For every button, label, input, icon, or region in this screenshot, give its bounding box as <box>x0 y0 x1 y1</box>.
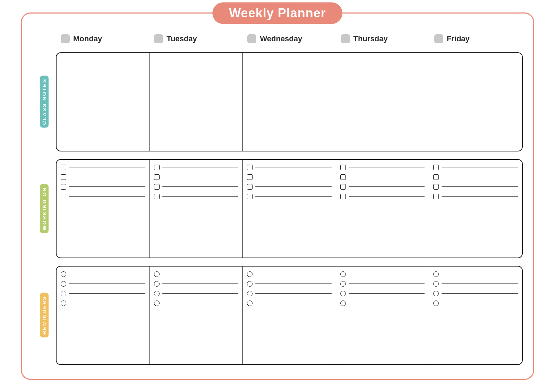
circle-item[interactable] <box>61 281 145 287</box>
checkbox-item[interactable] <box>154 174 239 180</box>
circle-dot[interactable] <box>154 300 160 306</box>
circle-dot[interactable] <box>433 300 439 306</box>
class-notes-label: Class Notes <box>40 76 49 128</box>
checkbox-box[interactable] <box>433 174 439 180</box>
circle-item[interactable] <box>61 291 145 296</box>
checkbox-line <box>255 177 332 177</box>
circle-dot[interactable] <box>61 300 66 306</box>
circle-item[interactable] <box>154 281 239 287</box>
circle-item[interactable] <box>247 291 332 296</box>
circle-dot[interactable] <box>247 281 253 287</box>
checkbox-item[interactable] <box>154 184 239 190</box>
checkbox-box[interactable] <box>433 184 439 190</box>
circle-item[interactable] <box>247 300 332 306</box>
circle-item[interactable] <box>247 271 332 277</box>
checkbox-box[interactable] <box>433 165 439 170</box>
checkbox-box[interactable] <box>340 184 346 190</box>
checkbox-box[interactable] <box>61 184 66 190</box>
class-notes-thursday[interactable] <box>336 53 429 151</box>
checkbox-item[interactable] <box>433 174 518 180</box>
checkbox-item[interactable] <box>154 165 239 170</box>
checkbox-box[interactable] <box>154 194 160 199</box>
checkbox-box[interactable] <box>247 184 253 190</box>
circle-dot[interactable] <box>247 271 253 277</box>
checkbox-box[interactable] <box>154 174 160 180</box>
checkbox-item[interactable] <box>61 165 145 170</box>
checkbox-box[interactable] <box>61 174 66 180</box>
class-notes-monday[interactable] <box>57 53 150 151</box>
circle-item[interactable] <box>433 300 518 306</box>
circle-item[interactable] <box>433 281 518 287</box>
circle-item[interactable] <box>61 300 145 306</box>
checkbox-item[interactable] <box>433 184 518 190</box>
circle-item[interactable] <box>340 281 425 287</box>
circle-dot[interactable] <box>433 271 439 277</box>
checkbox-item[interactable] <box>433 165 518 170</box>
circle-item[interactable] <box>340 300 425 306</box>
circle-item[interactable] <box>154 300 239 306</box>
reminders-friday <box>429 267 522 364</box>
circle-dot[interactable] <box>340 291 346 296</box>
checkbox-box[interactable] <box>61 194 66 199</box>
circle-dot[interactable] <box>61 291 66 296</box>
checkbox-box[interactable] <box>247 165 253 170</box>
circle-item[interactable] <box>340 291 425 296</box>
circle-dot[interactable] <box>433 281 439 287</box>
circle-item[interactable] <box>154 271 239 277</box>
checkbox-item[interactable] <box>61 174 145 180</box>
checkbox-box[interactable] <box>340 194 346 199</box>
circle-dot[interactable] <box>154 291 160 296</box>
circle-dot[interactable] <box>247 291 253 296</box>
circle-dot[interactable] <box>61 281 66 287</box>
day-header-monday: Monday <box>56 34 149 43</box>
checkbox-box[interactable] <box>247 174 253 180</box>
checkbox-box[interactable] <box>340 174 346 180</box>
checkbox-item[interactable] <box>247 165 332 170</box>
class-notes-wednesday[interactable] <box>243 53 336 151</box>
circle-item[interactable] <box>154 291 239 296</box>
checkbox-line <box>162 167 239 168</box>
working-on-wednesday <box>243 160 336 258</box>
checkbox-item[interactable] <box>154 194 239 199</box>
class-notes-friday[interactable] <box>429 53 522 151</box>
circle-item[interactable] <box>433 271 518 277</box>
checkbox-box[interactable] <box>433 194 439 199</box>
circle-dot[interactable] <box>61 271 66 277</box>
circle-dot[interactable] <box>154 281 160 287</box>
class-notes-tuesday[interactable] <box>150 53 243 151</box>
wednesday-icon <box>247 34 256 43</box>
circle-dot[interactable] <box>340 281 346 287</box>
checkbox-box[interactable] <box>154 165 160 170</box>
checkbox-line <box>442 186 518 187</box>
checkbox-item[interactable] <box>433 194 518 199</box>
class-notes-section: Class Notes <box>32 52 523 151</box>
circle-dot[interactable] <box>340 300 346 306</box>
checkbox-item[interactable] <box>340 184 425 190</box>
circle-item[interactable] <box>433 291 518 296</box>
circle-dot[interactable] <box>340 271 346 277</box>
wednesday-label: Wednesday <box>260 34 302 43</box>
circle-line <box>162 284 239 284</box>
checkbox-item[interactable] <box>247 194 332 199</box>
reminders-cells <box>56 266 523 365</box>
checkbox-item[interactable] <box>61 184 145 190</box>
checkbox-item[interactable] <box>247 174 332 180</box>
checkbox-item[interactable] <box>340 174 425 180</box>
checkbox-box[interactable] <box>340 165 346 170</box>
circle-dot[interactable] <box>247 300 253 306</box>
circle-item[interactable] <box>61 271 145 277</box>
checkbox-item[interactable] <box>247 184 332 190</box>
circle-line <box>162 303 239 304</box>
circle-dot[interactable] <box>154 271 160 277</box>
circle-item[interactable] <box>340 271 425 277</box>
checkbox-item[interactable] <box>340 194 425 199</box>
checkbox-box[interactable] <box>154 184 160 190</box>
checkbox-item[interactable] <box>61 194 145 199</box>
checkbox-box[interactable] <box>247 194 253 199</box>
checkbox-box[interactable] <box>61 165 66 170</box>
circle-dot[interactable] <box>433 291 439 296</box>
circle-item[interactable] <box>247 281 332 287</box>
circle-line <box>255 293 332 294</box>
working-on-tuesday <box>150 160 243 258</box>
checkbox-item[interactable] <box>340 165 425 170</box>
